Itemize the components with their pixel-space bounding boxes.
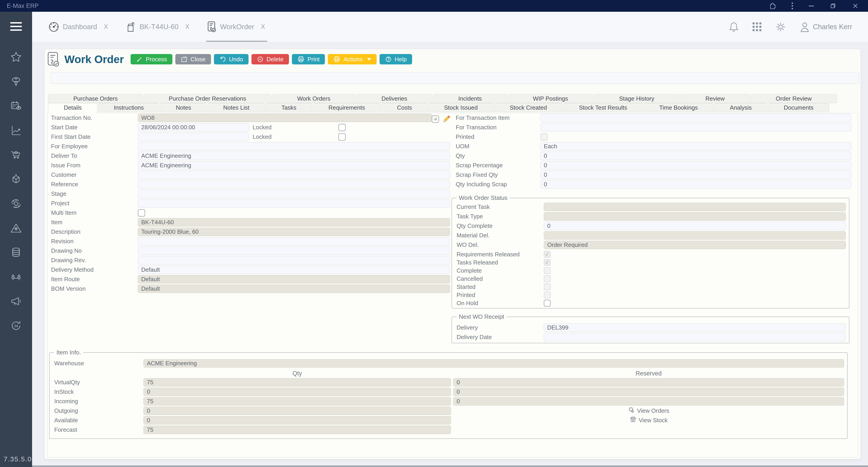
- tab-details[interactable]: Details: [48, 103, 97, 113]
- process-button[interactable]: Process: [131, 54, 173, 64]
- sidebar-item-purchases[interactable]: [9, 148, 23, 162]
- delivery-field[interactable]: DEL399: [544, 323, 846, 332]
- sidebar-item-meetings[interactable]: [9, 270, 23, 284]
- announcements-icon: [9, 295, 23, 309]
- for-transaction-item-field[interactable]: [540, 114, 851, 122]
- sidebar-item-processes[interactable]: [9, 197, 23, 211]
- tab-purchase-order-reservations[interactable]: Purchase Order Reservations: [144, 94, 271, 103]
- doc-tab-item[interactable]: BK-T44U-60 X: [126, 12, 189, 42]
- tab-notes-list[interactable]: Notes List: [208, 103, 265, 112]
- scrap-percentage-field[interactable]: 0: [540, 161, 851, 170]
- purchases-icon: [9, 148, 23, 162]
- complete-label: Complete: [456, 267, 544, 274]
- help-button[interactable]: Help: [379, 54, 412, 64]
- tab-costs[interactable]: Costs: [381, 103, 428, 112]
- view-stock-link[interactable]: View Stock: [630, 416, 668, 425]
- project-field[interactable]: [138, 199, 450, 207]
- revision-label: Revision: [49, 238, 138, 245]
- for-transaction-field[interactable]: [540, 123, 851, 132]
- tab-review[interactable]: Review: [680, 94, 750, 103]
- form-row: Multi Item: [49, 209, 450, 217]
- revision-field[interactable]: [138, 237, 450, 245]
- sidebar-item-analytics[interactable]: [9, 124, 23, 138]
- undo-button[interactable]: Undo: [214, 54, 249, 64]
- requirements-released-label: Requirements Released: [456, 251, 544, 258]
- first-start-date-label: First Start Date: [49, 134, 138, 140]
- tab-instructions[interactable]: Instructions: [98, 103, 159, 112]
- user-menu[interactable]: Charles Kerr: [800, 22, 852, 32]
- drawing-no-field[interactable]: [138, 246, 450, 255]
- tab-time-bookings[interactable]: Time Bookings: [644, 103, 713, 112]
- deliver-to-field[interactable]: ACME Engineering: [138, 152, 450, 160]
- close-tab-icon[interactable]: X: [104, 23, 108, 30]
- qty-complete-field[interactable]: 0: [544, 222, 846, 230]
- stage-field[interactable]: [138, 189, 450, 198]
- sidebar-item-announcements[interactable]: [9, 295, 23, 309]
- restore-button[interactable]: [830, 2, 836, 9]
- tab-deliveries[interactable]: Deliveries: [356, 94, 432, 103]
- close-tab-icon[interactable]: X: [261, 23, 265, 30]
- qty-field[interactable]: 0: [540, 152, 851, 160]
- sidebar-item-inventory[interactable]: [9, 173, 23, 186]
- tab-incidents[interactable]: Incidents: [433, 94, 507, 103]
- extensions-icon[interactable]: [768, 2, 776, 10]
- delivery-method-label: Delivery Method: [49, 266, 138, 273]
- delivery-date-field[interactable]: [544, 333, 846, 341]
- locked-checkbox[interactable]: [338, 124, 346, 131]
- tab-stock-test-results[interactable]: Stock Test Results: [563, 103, 643, 112]
- tab-purchase-orders[interactable]: Purchase Orders: [48, 94, 143, 103]
- close-window-button[interactable]: [852, 3, 859, 9]
- issue-from-field[interactable]: ACME Engineering: [138, 161, 450, 170]
- actions-button[interactable]: Actions: [328, 54, 376, 64]
- multi-item-checkbox[interactable]: [138, 209, 145, 216]
- apps-grid-icon[interactable]: [752, 22, 762, 31]
- tab-analysis[interactable]: Analysis: [714, 103, 768, 112]
- sidebar-item-favorites[interactable]: [9, 51, 23, 64]
- locked-checkbox[interactable]: [338, 134, 346, 141]
- form-row: First Start DateLocked: [49, 133, 450, 141]
- edit-pencil-icon[interactable]: [441, 114, 452, 125]
- close-tab-icon[interactable]: X: [185, 23, 189, 30]
- hamburger-menu-icon[interactable]: [10, 22, 22, 31]
- uom-field[interactable]: Each: [540, 142, 851, 150]
- start-date-field[interactable]: 28/06/2024 00:00:00: [138, 123, 249, 132]
- tab-stock-issued[interactable]: Stock Issued: [428, 103, 493, 112]
- tab-work-orders[interactable]: Work Orders: [272, 94, 355, 103]
- sidebar-item-planner[interactable]: [9, 99, 23, 113]
- tab-notes[interactable]: Notes: [160, 103, 207, 112]
- tab-documents[interactable]: Documents: [768, 103, 829, 112]
- customer-field[interactable]: [138, 171, 450, 179]
- sidebar-item-database[interactable]: [9, 246, 23, 260]
- virtualqty-label: VirtualQty: [54, 379, 144, 386]
- kebab-menu-icon[interactable]: [792, 2, 793, 9]
- doc-tab-dashboard[interactable]: Dashboard X: [48, 12, 108, 42]
- tab-wip-postings[interactable]: WIP Postings: [508, 94, 593, 103]
- sidebar-item-support[interactable]: 24: [9, 319, 23, 333]
- qty-including-scrap-field[interactable]: 0: [540, 180, 851, 188]
- scrap-fixed-qty-field[interactable]: 0: [540, 171, 851, 179]
- tab-stage-history[interactable]: Stage History: [594, 94, 680, 103]
- delete-button[interactable]: Delete: [251, 54, 289, 64]
- on-hold-checkbox[interactable]: [544, 300, 551, 307]
- tab-tasks[interactable]: Tasks: [266, 103, 312, 112]
- tab-stock-created[interactable]: Stock Created: [494, 103, 563, 112]
- warehouse-label: Warehouse: [54, 360, 144, 367]
- tab-order-review[interactable]: Order Review: [750, 94, 837, 103]
- sidebar-item-profile[interactable]: [9, 75, 23, 89]
- for-employee-field[interactable]: [138, 142, 450, 150]
- print-button[interactable]: Print: [292, 54, 325, 64]
- view-orders-link[interactable]: View Orders: [628, 407, 670, 415]
- goto-transaction-icon[interactable]: [432, 115, 439, 124]
- form-row: Scrap Fixed Qty0: [452, 171, 851, 179]
- close-button[interactable]: Close: [175, 54, 211, 64]
- doc-tab-workorder[interactable]: WorkOrder X: [207, 12, 265, 42]
- reference-field[interactable]: [138, 180, 450, 188]
- delivery-method-field[interactable]: Default: [138, 266, 450, 274]
- first-start-date-field[interactable]: [138, 133, 249, 141]
- settings-gear-icon[interactable]: [775, 22, 786, 32]
- tab-requirements[interactable]: Requirements: [313, 103, 381, 112]
- minimize-button[interactable]: [809, 6, 814, 6]
- sidebar-item-alerts[interactable]: [9, 222, 23, 235]
- notifications-bell-icon[interactable]: [729, 22, 739, 32]
- drawing-rev-field[interactable]: [138, 256, 450, 264]
